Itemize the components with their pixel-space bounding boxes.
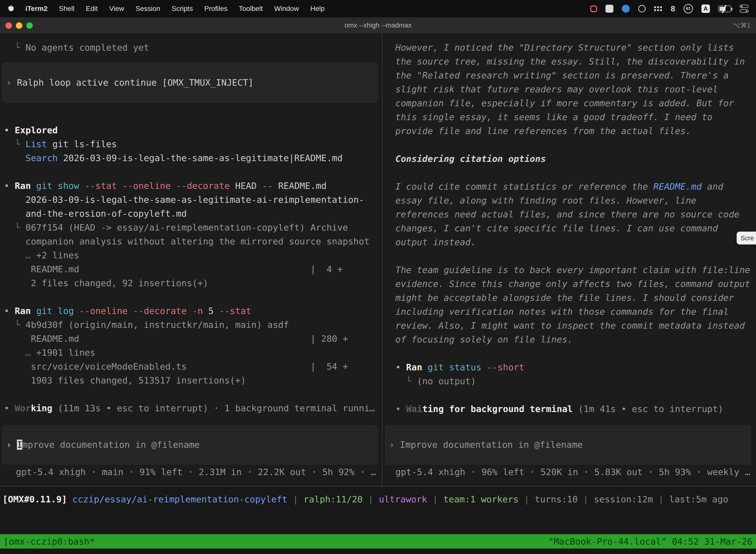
text-cursor: I — [17, 440, 22, 450]
tree-glyph: └ — [4, 222, 25, 233]
bullet-icon: • — [4, 125, 15, 135]
command-flags: --stat --oneline --decorate — [84, 181, 235, 191]
commit-output-line: companion analysis without altering the … — [4, 234, 381, 248]
agents-completed-text: No agents completed yet — [25, 43, 149, 53]
no-output-line: └ (no output) — [395, 374, 756, 388]
bullet-icon: • — [395, 404, 406, 414]
command-flags: --stat — [219, 306, 251, 316]
iterm2-window: omx --xhigh --madmax ⌥⌘1 └ No agents com… — [0, 17, 756, 554]
command-flags: --oneline --decorate -n — [79, 306, 208, 316]
light-app-icon[interactable] — [606, 5, 613, 13]
waiting-shimmer-dim: Wai — [406, 404, 422, 414]
screen-tool-overlay[interactable]: Scre — [737, 232, 756, 244]
reasoning-text: I could cite commit statistics or refere… — [395, 181, 653, 191]
input-source-icon[interactable]: A — [701, 4, 710, 13]
omx-mode: ultrawork — [379, 494, 427, 504]
menu-item-view[interactable]: View — [109, 5, 124, 13]
bullet-icon: • — [4, 403, 15, 413]
separator: | — [578, 494, 594, 504]
battery-percent-badge[interactable]: 61 — [684, 4, 693, 13]
tmux-status-bar: [omx-cczip0:bash* "MacBook-Pro-44.local"… — [0, 534, 756, 549]
reasoning-line: might be acceptable alongside the file l… — [395, 291, 756, 305]
menu-item-help[interactable]: Help — [310, 5, 325, 13]
waiting-detail: (1m 41s • esc to interrupt) — [578, 404, 723, 414]
ralph-loop-line: › Ralph loop active continue [OMX_TMUX_I… — [6, 76, 253, 90]
figure-eight-icon[interactable]: 8 — [671, 4, 675, 13]
agents-completed-line: └ No agents completed yet — [4, 41, 381, 55]
waiting-shimmer-bright: ting for background terminal — [422, 404, 578, 414]
app-grid-icon[interactable] — [654, 6, 662, 11]
reasoning-line: changes, I can't cite specific file line… — [395, 221, 756, 235]
reasoning-line: of focusing solely on file lines. — [395, 333, 756, 346]
omx-last-activity: last:5m ago — [669, 494, 728, 504]
reasoning-line: references need actual files, and since … — [395, 208, 756, 221]
reasoning-line: output instead. — [395, 235, 756, 249]
command-flags: --short — [487, 362, 524, 372]
blank-line — [4, 290, 381, 304]
right-prompt-input[interactable]: › Improve documentation in @filename — [385, 425, 751, 464]
menu-item-toolbelt[interactable]: Toolbelt — [239, 5, 263, 13]
menu-items: iTerm2 Shell Edit View Session Scripts P… — [25, 5, 325, 13]
control-center-icon[interactable] — [740, 5, 749, 13]
close-button[interactable] — [5, 22, 12, 29]
command-name: git log — [36, 306, 79, 316]
menu-item-scripts[interactable]: Scripts — [172, 5, 193, 13]
menu-item-window[interactable]: Window — [274, 5, 299, 13]
reasoning-line: provide file and line references from th… — [395, 124, 756, 138]
round-app-icon[interactable] — [638, 5, 646, 12]
prompt-placeholder: mprove documentation in @filename — [22, 440, 200, 450]
left-prompt-input[interactable]: › Improve documentation in @filename — [2, 425, 378, 464]
menu-item-profiles[interactable]: Profiles — [204, 5, 228, 13]
omx-team: team:1 workers — [443, 494, 518, 504]
menu-item-session[interactable]: Session — [135, 5, 160, 13]
reasoning-line: the source tree, missing the essay. Stil… — [395, 55, 756, 68]
omx-ralph-counter: ralph:11/20 — [304, 494, 363, 504]
apple-logo[interactable] — [7, 5, 14, 12]
bullet-icon: • — [4, 306, 15, 316]
window-shortcut-badge: ⌥⌘1 — [733, 21, 751, 29]
omx-session-time: session:12m — [594, 494, 653, 504]
separator: | — [288, 494, 304, 504]
reasoning-line: including verification notes with those … — [395, 305, 756, 319]
right-terminal-pane[interactable]: However, I noticed the "Directory Struct… — [383, 34, 756, 486]
commit-output-text: 4b9d30f (origin/main, instructkr/main, m… — [25, 320, 289, 330]
command-wrap-line: and-the-erosion-of-copyleft.md — [4, 207, 381, 221]
reasoning-line: review. Also, I might want to inspect th… — [395, 319, 756, 333]
prompt-arrow-icon: › — [6, 77, 17, 88]
working-shimmer-dim: Wor — [15, 403, 31, 413]
reasoning-line: this single essay, it seems like a good … — [395, 110, 756, 124]
reasoning-line: companion file, especially if more comme… — [395, 96, 756, 110]
omx-status-bar: [OMX#0.11.9] cczip/essay/ai-reimplementa… — [0, 487, 756, 534]
zoom-button[interactable] — [26, 22, 33, 29]
working-status-line: • Working (11m 13s • esc to interrupt) ·… — [4, 401, 381, 415]
reasoning-text: and — [702, 181, 723, 191]
separator: | — [653, 494, 669, 504]
blank-line — [395, 166, 756, 180]
blue-app-icon[interactable] — [622, 5, 630, 13]
menu-item-iterm2[interactable]: iTerm2 — [25, 5, 48, 13]
screen-recording-icon[interactable] — [590, 5, 597, 12]
left-terminal-pane[interactable]: └ No agents completed yet › Ralph loop a… — [0, 34, 381, 486]
tree-glyph: └ — [395, 376, 417, 386]
window-title-bar[interactable]: omx --xhigh --madmax ⌥⌘1 — [0, 17, 756, 34]
search-action-label: Search — [25, 153, 58, 163]
minimize-button[interactable] — [16, 22, 22, 29]
diffstat-summary-line: 1903 files changed, 513517 insertions(+) — [4, 374, 381, 387]
pane-divider[interactable] — [381, 34, 383, 486]
reasoning-heading: Considering citation options — [395, 152, 756, 166]
list-action-args: git ls-files — [47, 139, 117, 149]
explored-search-line: Search 2026-03-09-is-legal-the-same-as-l… — [4, 151, 381, 165]
blank-line — [395, 388, 756, 402]
readme-link[interactable]: README.md — [653, 181, 702, 191]
ran-label: Ran — [15, 306, 36, 316]
battery-icon[interactable] — [718, 5, 731, 12]
left-prompt-line: › Improve documentation in @filename — [6, 438, 200, 452]
menu-item-edit[interactable]: Edit — [86, 5, 98, 13]
menu-item-shell[interactable]: Shell — [59, 5, 74, 13]
truncation-text: +2 lines — [36, 250, 79, 260]
ralph-loop-text: Ralph loop active continue [OMX_TMUX_INJ… — [17, 77, 253, 88]
list-action-label: List — [25, 139, 47, 149]
menubar-status-icons: 8 61 A — [590, 4, 749, 13]
explored-list-line: └ List git ls-files — [4, 137, 381, 151]
tmux-session-window: [omx-cczip0:bash* — [3, 536, 95, 547]
